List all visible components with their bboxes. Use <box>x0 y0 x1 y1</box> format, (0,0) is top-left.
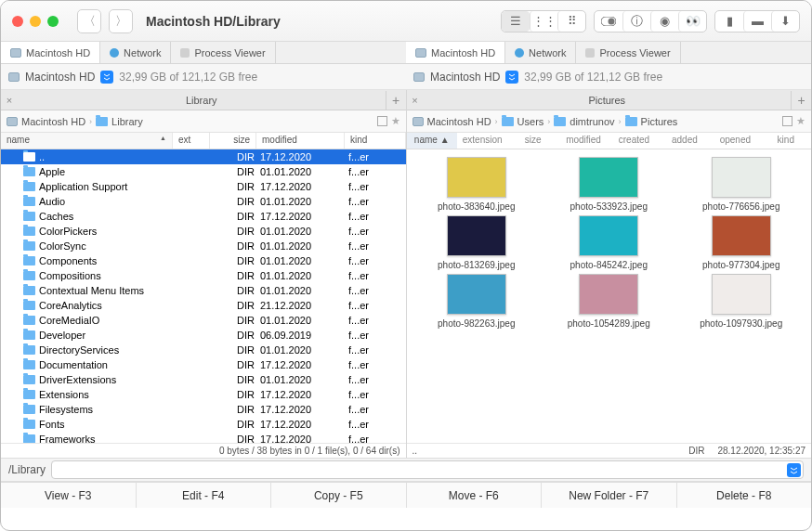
path-label: /Library <box>8 463 46 476</box>
left-breadcrumb[interactable]: Macintosh HD›Library★ <box>1 110 406 133</box>
zoom-window-button[interactable] <box>47 16 59 27</box>
left-file-list[interactable]: ..DIR17.12.2020f...erAppleDIR01.01.2020f… <box>1 149 406 443</box>
source-tab[interactable]: Process Viewer <box>576 42 680 63</box>
column-header[interactable]: extension <box>457 133 507 149</box>
disk-dropdown-left[interactable] <box>100 71 113 84</box>
file-row[interactable]: DriverExtensionsDIR01.01.2020f...er <box>1 372 406 387</box>
right-breadcrumb[interactable]: Macintosh HD›Users›dimtrunov›Pictures★ <box>407 110 812 133</box>
thumbnail-item[interactable]: photo-1054289.jpeg <box>548 274 669 329</box>
fn-button[interactable]: New Folder - F7 <box>542 483 677 508</box>
column-header[interactable]: created <box>609 133 659 149</box>
chevron-right-icon: › <box>619 117 622 126</box>
right-icon-grid[interactable]: photo-383640.jpegphoto-533923.jpegphoto-… <box>407 149 812 443</box>
file-row[interactable]: Application SupportDIR17.12.2020f...er <box>1 179 406 194</box>
find-button[interactable]: 👀 <box>678 11 706 32</box>
file-row[interactable]: FilesystemsDIR17.12.2020f...er <box>1 402 406 417</box>
close-tab-icon[interactable]: × <box>1 95 18 106</box>
forward-button[interactable]: 〉 <box>109 9 133 33</box>
add-tab-button[interactable]: + <box>791 91 811 110</box>
breadcrumb-segment[interactable]: Library <box>111 116 143 127</box>
breadcrumb-segment[interactable]: Pictures <box>641 116 678 127</box>
left-status: 0 bytes / 38 bytes in 0 / 1 file(s), 0 /… <box>1 443 406 458</box>
left-pane-tab[interactable]: × Library + <box>1 90 406 110</box>
thumbnail-item[interactable]: photo-383640.jpeg <box>416 157 537 212</box>
back-button[interactable]: 〈 <box>77 9 101 33</box>
folder-icon <box>23 271 35 280</box>
source-tab[interactable]: Network <box>505 42 576 63</box>
chevron-right-icon: › <box>495 117 498 126</box>
fn-button[interactable]: View - F3 <box>1 483 137 508</box>
thumbnail-item[interactable]: photo-533923.jpeg <box>548 157 669 212</box>
close-tab-icon[interactable]: × <box>407 95 424 106</box>
file-row[interactable]: ComponentsDIR01.01.2020f...er <box>1 253 406 268</box>
thumbnail-item[interactable]: photo-813269.jpeg <box>416 215 537 270</box>
file-row[interactable]: AudioDIR01.01.2020f...er <box>1 194 406 209</box>
info-button[interactable]: ⓘ <box>622 11 650 32</box>
column-header[interactable]: added <box>660 133 710 149</box>
source-tab[interactable]: Macintosh HD <box>1 42 100 63</box>
file-row[interactable]: DirectoryServicesDIR01.01.2020f...er <box>1 343 406 357</box>
thumbnail-item[interactable]: photo-845242.jpeg <box>548 215 669 270</box>
column-view-button[interactable]: ⋮⋮ <box>530 11 557 32</box>
file-row[interactable]: AppleDIR01.01.2020f...er <box>1 164 406 179</box>
thumbnail-item[interactable]: photo-977304.jpeg <box>681 215 802 270</box>
right-icon-header[interactable]: name ▲extensionsizemodifiedcreatedaddedo… <box>407 133 812 149</box>
right-pane-tab[interactable]: × Pictures + <box>407 90 812 110</box>
fn-button[interactable]: Edit - F4 <box>137 483 272 508</box>
thumbnail-label: photo-776656.jpeg <box>702 201 779 212</box>
app-icon <box>180 48 190 58</box>
file-row[interactable]: CoreMediaIODIR01.01.2020f...er <box>1 313 406 328</box>
star-icon[interactable]: ★ <box>796 115 805 127</box>
disk-button[interactable]: ▬ <box>743 11 771 32</box>
fn-button[interactable]: Copy - F5 <box>271 483 407 508</box>
file-row[interactable]: CompositionsDIR01.01.2020f...er <box>1 268 406 283</box>
column-header[interactable]: name ▲ <box>407 133 457 149</box>
fn-button[interactable]: Delete - F8 <box>677 483 812 508</box>
close-window-button[interactable] <box>12 16 23 27</box>
file-row[interactable]: FrameworksDIR17.12.2020f...er <box>1 432 406 443</box>
flag-toggle[interactable] <box>782 116 792 126</box>
file-row[interactable]: Contextual Menu ItemsDIR01.01.2020f...er <box>1 283 406 298</box>
path-input[interactable] <box>51 460 804 479</box>
breadcrumb-segment[interactable]: Macintosh HD <box>21 116 85 127</box>
folder-icon <box>23 434 35 443</box>
minimize-window-button[interactable] <box>30 16 41 27</box>
file-row[interactable]: ColorSyncDIR01.01.2020f...er <box>1 239 406 253</box>
toggle-button[interactable] <box>595 11 622 32</box>
flag-toggle[interactable] <box>377 116 387 126</box>
file-row[interactable]: ColorPickersDIR01.01.2020f...er <box>1 224 406 239</box>
thumbnail-item[interactable]: photo-982263.jpeg <box>416 274 537 329</box>
source-tab[interactable]: Macintosh HD <box>406 42 505 63</box>
disk-dropdown-right[interactable] <box>505 71 518 84</box>
eject-button[interactable]: ⬇ <box>771 11 799 32</box>
breadcrumb-segment[interactable]: Users <box>517 116 544 127</box>
column-header[interactable]: opened <box>710 133 760 149</box>
column-header[interactable]: size <box>507 133 557 149</box>
fn-button[interactable]: Move - F6 <box>407 483 543 508</box>
breadcrumb-segment[interactable]: Macintosh HD <box>427 116 491 127</box>
star-icon[interactable]: ★ <box>391 115 400 127</box>
file-row[interactable]: DocumentationDIR17.12.2020f...er <box>1 357 406 372</box>
list-view-button[interactable]: ☰ <box>502 11 530 32</box>
source-tab[interactable]: Process Viewer <box>171 42 275 63</box>
file-row[interactable]: FontsDIR17.12.2020f...er <box>1 417 406 432</box>
quicklook-button[interactable]: ◉ <box>650 11 678 32</box>
file-row[interactable]: ..DIR17.12.2020f...er <box>1 149 406 164</box>
file-row[interactable]: CachesDIR17.12.2020f...er <box>1 209 406 224</box>
breadcrumb-segment[interactable]: dimtrunov <box>570 116 614 127</box>
archive-button[interactable]: ▮ <box>715 11 743 32</box>
source-tab[interactable]: Network <box>100 42 171 63</box>
path-dropdown[interactable] <box>787 463 801 477</box>
thumbnail-label: photo-383640.jpeg <box>438 201 515 212</box>
thumbnail-item[interactable]: photo-776656.jpeg <box>681 157 802 212</box>
icon-view-button[interactable]: ⠿ <box>557 11 585 32</box>
file-row[interactable]: CoreAnalyticsDIR21.12.2020f...er <box>1 298 406 313</box>
file-row[interactable]: DeveloperDIR06.09.2019f...er <box>1 328 406 343</box>
image-thumbnail <box>579 157 638 198</box>
left-list-header[interactable]: name▲ ext size modified kind <box>1 133 406 149</box>
add-tab-button[interactable]: + <box>386 91 406 110</box>
column-header[interactable]: modified <box>558 133 609 149</box>
column-header[interactable]: kind <box>761 133 811 149</box>
file-row[interactable]: ExtensionsDIR17.12.2020f...er <box>1 387 406 402</box>
thumbnail-item[interactable]: photo-1097930.jpeg <box>681 274 802 329</box>
